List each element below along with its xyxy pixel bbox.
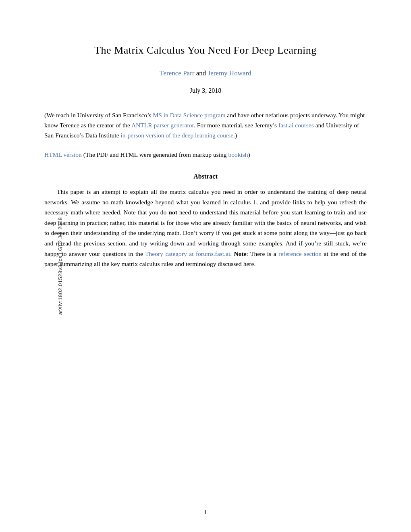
abstract-title: Abstract	[44, 173, 367, 180]
abstract-part4: : There is a	[247, 250, 278, 257]
abstract-bold-note: Note	[234, 250, 247, 257]
affiliation-part5: .)	[233, 132, 237, 139]
html-version-middle: (The PDF and HTML were generated from ma…	[82, 151, 228, 158]
affiliation-block: (We teach in University of San Francisco…	[44, 110, 367, 140]
html-version-link[interactable]: HTML version	[44, 151, 82, 158]
fastai-courses-link[interactable]: fast.ai courses	[278, 122, 314, 129]
author1-name: Terence Parr	[160, 69, 194, 77]
ms-data-science-link[interactable]: MS in Data Science program	[153, 112, 226, 118]
antlr-text: ANTLR parser generator	[131, 122, 194, 129]
fastai-courses-text: fast.ai courses	[278, 122, 314, 129]
inperson-link[interactable]: in-person version of the deep learning c…	[120, 132, 233, 139]
forums-fastai-text: Theory category at forums.fast.ai	[145, 250, 230, 257]
affiliation-part1: (We teach in University of San Francisco…	[44, 112, 153, 118]
bookish-text: bookish	[228, 151, 248, 158]
page-number: 1	[0, 509, 411, 516]
antlr-link[interactable]: ANTLR parser generator	[131, 122, 194, 129]
authors-connector: and	[194, 69, 208, 77]
inperson-text: in-person version of the deep learning c…	[120, 132, 233, 139]
arxiv-watermark: arXiv:1802.01528v3 [cs.LG] 2 Jul 2018	[57, 217, 63, 315]
abstract-text: This paper is an attempt to explain all …	[44, 187, 367, 269]
reference-section-link[interactable]: reference section	[278, 250, 322, 257]
abstract-bold-not: not	[168, 209, 177, 216]
html-version-line: HTML version (The PDF and HTML were gene…	[44, 150, 367, 160]
affiliation-part3: . For more material, see Jeremy’s	[194, 122, 278, 129]
paper-title: The Matrix Calculus You Need For Deep Le…	[44, 44, 367, 56]
html-version-end: )	[248, 151, 250, 158]
author2-name: Jeremy Howard	[208, 69, 251, 77]
bookish-link[interactable]: bookish	[228, 151, 248, 158]
page: arXiv:1802.01528v3 [cs.LG] 2 Jul 2018 Th…	[0, 0, 411, 532]
ms-data-science-text: MS in Data Science program	[153, 112, 226, 118]
reference-section-text: reference section	[278, 250, 322, 257]
author1-link[interactable]: Terence Parr	[160, 69, 194, 77]
paper-date: July 3, 2018	[44, 87, 367, 94]
html-version-text: HTML version	[44, 151, 82, 158]
authors-line: Terence Parr and Jeremy Howard	[44, 69, 367, 77]
abstract-part3: .	[230, 250, 234, 257]
author2-link[interactable]: Jeremy Howard	[208, 69, 251, 77]
abstract-section: Abstract This paper is an attempt to exp…	[44, 173, 367, 269]
forums-fastai-link[interactable]: Theory category at forums.fast.ai	[145, 250, 230, 257]
